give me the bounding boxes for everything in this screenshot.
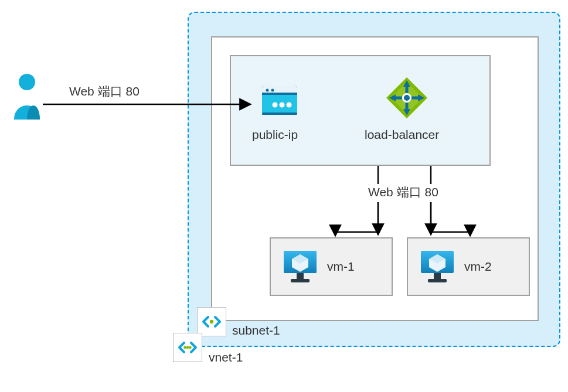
svg-rect-14 <box>262 93 297 95</box>
vm-2-label: vm-2 <box>464 260 492 274</box>
subnet-label: subnet-1 <box>232 323 280 338</box>
user-icon <box>12 73 42 120</box>
svg-point-25 <box>404 95 410 101</box>
vnet-icon <box>176 336 199 359</box>
svg-rect-39 <box>291 279 309 282</box>
svg-point-11 <box>19 74 35 90</box>
svg-point-45 <box>210 320 213 323</box>
vm-1-label: vm-1 <box>327 260 355 274</box>
vnet-label: vnet-1 <box>209 350 243 364</box>
svg-rect-43 <box>434 273 441 279</box>
vnet-icon-card <box>173 333 202 362</box>
vm-2-box: vm-2 <box>407 237 530 296</box>
load-balancer-icon <box>384 75 430 121</box>
svg-point-18 <box>271 89 274 92</box>
svg-point-21 <box>287 103 292 108</box>
vm-icon <box>420 250 455 284</box>
svg-point-46 <box>183 346 186 349</box>
svg-point-47 <box>186 346 189 349</box>
subnet-icon <box>200 310 223 333</box>
vm-icon <box>283 250 318 284</box>
public-ip-label: public-ip <box>252 128 298 142</box>
svg-point-19 <box>273 103 278 108</box>
svg-point-17 <box>266 89 269 92</box>
edge-label-user-to-publicip: Web 端口 80 <box>69 83 140 100</box>
svg-rect-16 <box>262 113 297 115</box>
vm-1-box: vm-1 <box>270 237 393 296</box>
subnet-icon-card <box>197 307 226 336</box>
svg-rect-44 <box>428 279 447 282</box>
svg-point-20 <box>280 103 285 108</box>
edge-label-lb-to-vms: Web 端口 80 <box>368 184 438 200</box>
public-ip-icon <box>259 80 301 122</box>
svg-point-48 <box>189 346 192 349</box>
svg-rect-38 <box>297 273 304 279</box>
load-balancer-label: load-balancer <box>365 128 439 142</box>
